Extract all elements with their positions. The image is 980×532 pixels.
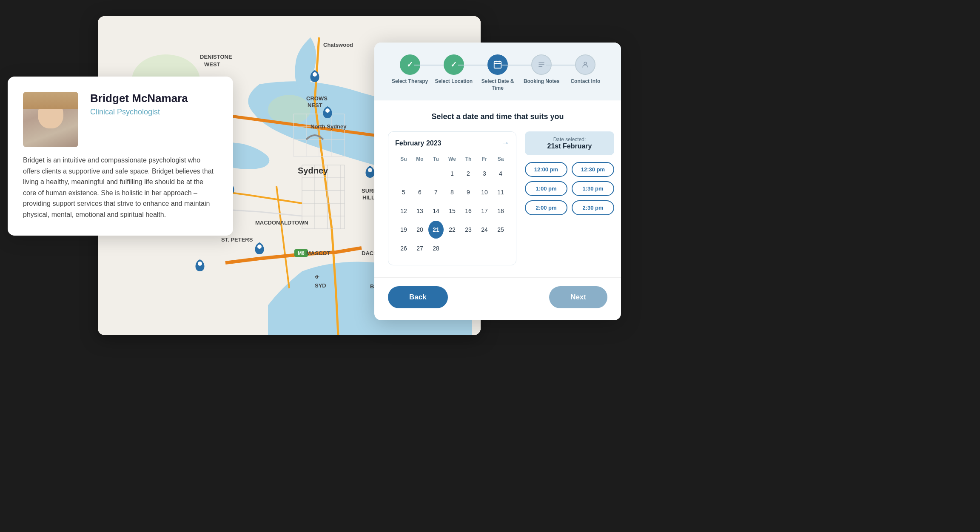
calendar-grid: Su Mo Tu We Th Fr Sa 123456789101112 <box>395 154 509 258</box>
day-header-mo: Mo <box>412 154 427 164</box>
svg-rect-31 <box>494 62 501 68</box>
calendar-day-9[interactable]: 9 <box>461 183 476 201</box>
time-slot-12-00-pm[interactable]: 12:00 pm <box>525 162 567 177</box>
svg-text:WEST: WEST <box>204 61 220 68</box>
svg-point-29 <box>198 262 202 266</box>
calendar-day-15[interactable]: 15 <box>444 202 460 220</box>
profile-name-block: Bridget McNamara Clinical Psychologist <box>90 92 188 117</box>
step-contact-info[interactable]: Contact Info <box>564 54 607 85</box>
calendar-day-11[interactable]: 11 <box>493 183 508 201</box>
step-label-notes: Booking Notes <box>524 78 560 85</box>
svg-text:M8: M8 <box>298 250 304 256</box>
calendar-day-19[interactable]: 19 <box>396 221 411 239</box>
day-header-we: We <box>444 154 460 164</box>
calendar-day-22[interactable]: 22 <box>444 221 460 239</box>
booking-content: February 2023 → Su Mo Tu We Th Fr <box>388 131 607 265</box>
time-slot-1-30-pm[interactable]: 1:30 pm <box>572 181 614 196</box>
day-header-tu: Tu <box>428 154 444 164</box>
svg-text:SYD: SYD <box>315 282 326 289</box>
calendar-day-26[interactable]: 26 <box>396 239 411 257</box>
day-header-fr: Fr <box>477 154 492 164</box>
time-slot-1-00-pm[interactable]: 1:00 pm <box>525 181 567 196</box>
widget-header: ✓ Select Therapy ✓ Select Location Selec… <box>374 43 621 100</box>
calendar-empty <box>493 239 508 257</box>
steps-row: ✓ Select Therapy ✓ Select Location Selec… <box>388 54 607 91</box>
calendar-month: February 2023 <box>395 139 442 147</box>
time-slot-12-30-pm[interactable]: 12:30 pm <box>572 162 614 177</box>
day-header-su: Su <box>396 154 411 164</box>
svg-text:NEST: NEST <box>308 102 322 108</box>
step-label-datetime: Select Date & Time <box>476 78 519 91</box>
step-booking-notes[interactable]: Booking Notes <box>520 54 564 85</box>
calendar-empty <box>412 165 427 182</box>
calendar-day-24[interactable]: 24 <box>477 221 492 239</box>
calendar-day-3[interactable]: 3 <box>477 165 492 182</box>
calendar-day-4[interactable]: 4 <box>493 165 508 182</box>
calendar-day-13[interactable]: 13 <box>412 202 427 220</box>
svg-text:MACDONALDTOWN: MACDONALDTOWN <box>255 219 308 226</box>
date-selected-box: Date selected: 21st February <box>525 131 614 155</box>
svg-text:MASCOT: MASCOT <box>306 250 330 256</box>
calendar-day-16[interactable]: 16 <box>461 202 476 220</box>
svg-text:DENISTONE: DENISTONE <box>200 54 232 60</box>
back-button[interactable]: Back <box>388 286 448 308</box>
step-circle-contact <box>575 54 595 75</box>
calendar-header: February 2023 → <box>395 139 509 148</box>
calendar-day-2[interactable]: 2 <box>461 165 476 182</box>
calendar-day-23[interactable]: 23 <box>461 221 476 239</box>
date-selected-value: 21st February <box>532 142 607 150</box>
svg-text:✈: ✈ <box>315 274 319 280</box>
time-slots-grid: 12:00 pm12:30 pm1:00 pm1:30 pm2:00 pm2:3… <box>525 162 614 215</box>
calendar-day-20[interactable]: 20 <box>412 221 427 239</box>
calendar-day-12[interactable]: 12 <box>396 202 411 220</box>
calendar-day-21[interactable]: 21 <box>428 221 444 239</box>
calendar-day-1[interactable]: 1 <box>444 165 460 182</box>
step-circle-location: ✓ <box>444 54 464 75</box>
calendar-day-6[interactable]: 6 <box>412 183 427 201</box>
step-select-location[interactable]: ✓ Select Location <box>432 54 476 85</box>
calendar-empty <box>444 239 460 257</box>
calendar-empty <box>396 165 411 182</box>
calendar-empty <box>461 239 476 257</box>
calendar-day-28[interactable]: 28 <box>428 239 444 257</box>
calendar-day-14[interactable]: 14 <box>428 202 444 220</box>
step-circle-datetime <box>487 54 508 75</box>
calendar-day-27[interactable]: 27 <box>412 239 427 257</box>
calendar-section: February 2023 → Su Mo Tu We Th Fr <box>388 131 516 265</box>
calendar-next-button[interactable]: → <box>501 139 509 148</box>
booking-widget: ✓ Select Therapy ✓ Select Location Selec… <box>374 43 621 320</box>
step-label-therapy: Select Therapy <box>392 78 428 85</box>
step-circle-notes <box>531 54 552 75</box>
svg-text:North Sydney: North Sydney <box>311 123 347 130</box>
widget-title: Select a date and time that suits you <box>388 112 607 121</box>
day-header-sa: Sa <box>493 154 508 164</box>
step-label-location: Select Location <box>435 78 473 85</box>
profile-card: Bridget McNamara Clinical Psychologist B… <box>8 77 233 236</box>
svg-text:ST. PETERS: ST. PETERS <box>221 236 253 243</box>
svg-text:CROWS: CROWS <box>306 95 328 102</box>
next-button[interactable]: Next <box>549 286 607 308</box>
time-section: Date selected: 21st February 12:00 pm12:… <box>525 131 614 265</box>
profile-header: Bridget McNamara Clinical Psychologist <box>23 92 218 147</box>
time-slot-2-00-pm[interactable]: 2:00 pm <box>525 200 567 215</box>
svg-point-30 <box>257 245 262 249</box>
date-selected-label: Date selected: <box>532 137 607 142</box>
widget-body: Select a date and time that suits you Fe… <box>374 100 621 277</box>
calendar-day-10[interactable]: 10 <box>477 183 492 201</box>
calendar-day-5[interactable]: 5 <box>396 183 411 201</box>
step-select-therapy[interactable]: ✓ Select Therapy <box>388 54 432 85</box>
calendar-day-25[interactable]: 25 <box>493 221 508 239</box>
svg-point-24 <box>313 72 317 77</box>
time-slot-2-30-pm[interactable]: 2:30 pm <box>572 200 614 215</box>
therapist-title: Clinical Psychologist <box>90 108 188 117</box>
calendar-empty <box>477 239 492 257</box>
widget-footer: Back Next <box>374 277 621 320</box>
calendar-day-18[interactable]: 18 <box>493 202 508 220</box>
calendar-day-7[interactable]: 7 <box>428 183 444 201</box>
calendar-day-17[interactable]: 17 <box>477 202 492 220</box>
calendar-day-8[interactable]: 8 <box>444 183 460 201</box>
step-select-datetime[interactable]: Select Date & Time <box>476 54 519 91</box>
day-header-th: Th <box>461 154 476 164</box>
calendar-empty <box>428 165 444 182</box>
therapist-name: Bridget McNamara <box>90 92 188 105</box>
